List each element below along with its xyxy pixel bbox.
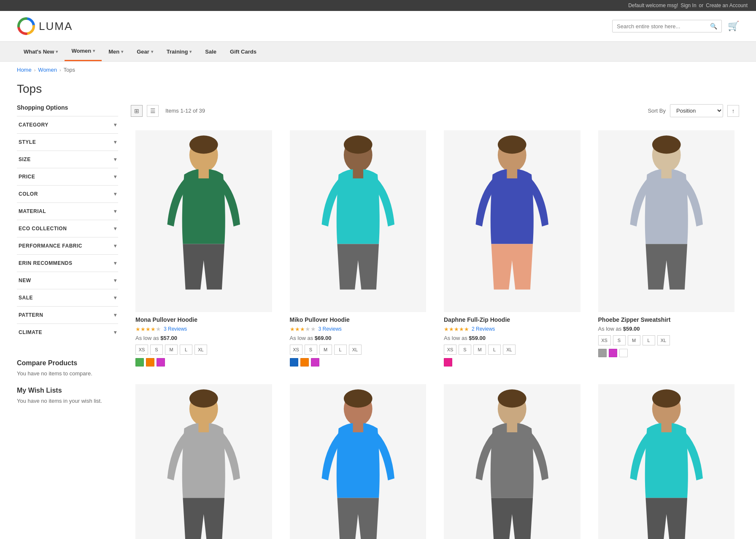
color-swatch[interactable] xyxy=(311,358,319,367)
product-reviews: ★★★★★3 Reviews xyxy=(135,326,272,332)
nav-item-women[interactable]: Women▾ xyxy=(65,42,102,61)
product-card[interactable]: Argus All-Weather TankAs low as $22.00XS… xyxy=(131,380,277,539)
breadcrumb-current: Tops xyxy=(64,67,75,73)
breadcrumb-sep-2: › xyxy=(59,67,61,73)
filter-header[interactable]: CLIMATE ▾ xyxy=(17,324,118,341)
size-button[interactable]: L xyxy=(180,345,192,355)
product-card[interactable]: Juliana PulloverAs low as $47.00XSSML xyxy=(285,380,431,539)
color-swatch[interactable] xyxy=(444,358,452,367)
nav-item-training[interactable]: Training▾ xyxy=(160,43,199,61)
size-button[interactable]: S xyxy=(150,345,163,355)
list-view-button[interactable]: ☰ xyxy=(147,105,159,117)
sort-asc-button[interactable]: ↑ xyxy=(727,105,739,117)
product-card[interactable]: Leah HoodieAs low as $39.00XSSML xyxy=(594,380,740,539)
size-button[interactable]: M xyxy=(473,345,486,355)
breadcrumb-women[interactable]: Women xyxy=(38,67,57,73)
svg-point-31 xyxy=(652,390,680,408)
review-link[interactable]: 3 Reviews xyxy=(319,326,342,332)
search-icon[interactable]: 🔍 xyxy=(710,23,717,30)
size-button[interactable]: XL xyxy=(194,345,207,355)
size-button[interactable]: S xyxy=(459,345,471,355)
product-card[interactable]: Phoebe Zipper SweatshirtAs low as $59.00… xyxy=(594,126,740,371)
size-button[interactable]: M xyxy=(628,335,640,345)
product-name[interactable]: Mona Pullover Hoodie xyxy=(135,316,272,323)
header: LUMA 🔍 🛒 xyxy=(0,11,756,42)
filter-group-erin-recommends: ERIN RECOMMENDS ▾ xyxy=(17,254,118,272)
search-input[interactable] xyxy=(617,23,710,30)
product-price: As low as $59.00 xyxy=(598,326,735,332)
color-options xyxy=(598,349,735,357)
review-link[interactable]: 2 Reviews xyxy=(472,326,495,332)
size-button[interactable]: M xyxy=(165,345,178,355)
product-name[interactable]: Miko Pullover Hoodie xyxy=(290,316,427,323)
size-button[interactable]: XL xyxy=(657,335,670,345)
filter-header[interactable]: ECO COLLECTION ▾ xyxy=(17,220,118,237)
search-box[interactable]: 🔍 xyxy=(612,20,722,32)
color-swatch[interactable] xyxy=(609,349,617,357)
filter-header[interactable]: STYLE ▾ xyxy=(17,134,118,151)
product-card[interactable]: Miko Pullover Hoodie★★★★★3 ReviewsAs low… xyxy=(285,126,431,371)
chevron-down-icon: ▾ xyxy=(114,312,117,318)
create-account-link[interactable]: Create an Account xyxy=(706,3,748,8)
welcome-msg: Default welcome msg! xyxy=(628,3,678,8)
size-button[interactable]: S xyxy=(305,345,317,355)
svg-rect-16 xyxy=(661,168,672,178)
size-button[interactable]: XL xyxy=(349,345,362,355)
size-button[interactable]: S xyxy=(613,335,626,345)
color-swatch[interactable] xyxy=(157,358,165,367)
star-filled-icon: ★ xyxy=(454,326,459,332)
filter-header[interactable]: SIZE ▾ xyxy=(17,151,118,168)
color-swatch[interactable] xyxy=(598,349,607,357)
product-card[interactable]: Daphne Full-Zip Hoodie★★★★★2 ReviewsAs l… xyxy=(439,126,585,371)
toolbar: ⊞ ☰ Items 1-12 of 39 Sort By Position Pr… xyxy=(131,104,739,117)
size-button[interactable]: L xyxy=(643,335,655,345)
breadcrumb-home[interactable]: Home xyxy=(17,67,32,73)
filter-group-sale: SALE ▾ xyxy=(17,289,118,306)
compare-title: Compare Products xyxy=(17,359,118,367)
filter-header[interactable]: COLOR ▾ xyxy=(17,186,118,202)
sort-label: Sort By xyxy=(648,108,666,114)
nav-item-what's-new[interactable]: What's New▾ xyxy=(17,43,65,61)
svg-rect-20 xyxy=(198,422,209,433)
chevron-down-icon: ▾ xyxy=(114,243,117,249)
review-link[interactable]: 3 Reviews xyxy=(164,326,187,332)
filter-group-material: MATERIAL ▾ xyxy=(17,202,118,220)
filter-header[interactable]: PERFORMANCE FABRIC ▾ xyxy=(17,237,118,254)
filter-header[interactable]: PATTERN ▾ xyxy=(17,307,118,323)
size-button[interactable]: L xyxy=(488,345,501,355)
filter-header[interactable]: NEW ▾ xyxy=(17,272,118,289)
product-name[interactable]: Daphne Full-Zip Hoodie xyxy=(444,316,580,323)
size-button[interactable]: XS xyxy=(290,345,302,355)
product-card[interactable]: Mona Pullover Hoodie★★★★★3 ReviewsAs low… xyxy=(131,126,277,371)
color-swatch[interactable] xyxy=(290,358,298,367)
size-button[interactable]: XS xyxy=(135,345,148,355)
product-image xyxy=(290,384,427,539)
sort-select[interactable]: Position Product Name Price xyxy=(670,104,723,117)
product-card[interactable]: Abigail 3-Quarter Sleeve HoodieAs low as… xyxy=(439,380,585,539)
size-button[interactable]: XS xyxy=(444,345,456,355)
star-filled-icon: ★ xyxy=(151,326,156,332)
color-swatch[interactable] xyxy=(135,358,144,367)
filter-header[interactable]: CATEGORY ▾ xyxy=(17,116,118,133)
nav-item-gear[interactable]: Gear▾ xyxy=(130,43,160,61)
filter-header[interactable]: MATERIAL ▾ xyxy=(17,203,118,220)
filter-header[interactable]: SALE ▾ xyxy=(17,289,118,306)
grid-view-button[interactable]: ⊞ xyxy=(131,105,143,117)
logo[interactable]: LUMA xyxy=(17,17,73,35)
color-swatch[interactable] xyxy=(146,358,154,367)
product-name[interactable]: Phoebe Zipper Sweatshirt xyxy=(598,316,735,323)
filter-header[interactable]: ERIN RECOMMENDS ▾ xyxy=(17,255,118,272)
color-swatch[interactable] xyxy=(300,358,309,367)
color-swatch[interactable] xyxy=(619,349,628,357)
sign-in-link[interactable]: Sign In xyxy=(680,3,696,8)
nav-item-gift-cards[interactable]: Gift Cards xyxy=(223,43,263,61)
cart-icon[interactable]: 🛒 xyxy=(728,21,739,32)
size-button[interactable]: XL xyxy=(503,345,516,355)
filter-header[interactable]: PRICE ▾ xyxy=(17,168,118,185)
nav-item-sale[interactable]: Sale xyxy=(198,43,223,61)
nav-item-men[interactable]: Men▾ xyxy=(102,43,130,61)
size-button[interactable]: XS xyxy=(598,335,611,345)
svg-point-27 xyxy=(498,390,526,408)
size-button[interactable]: M xyxy=(319,345,332,355)
size-button[interactable]: L xyxy=(334,345,347,355)
